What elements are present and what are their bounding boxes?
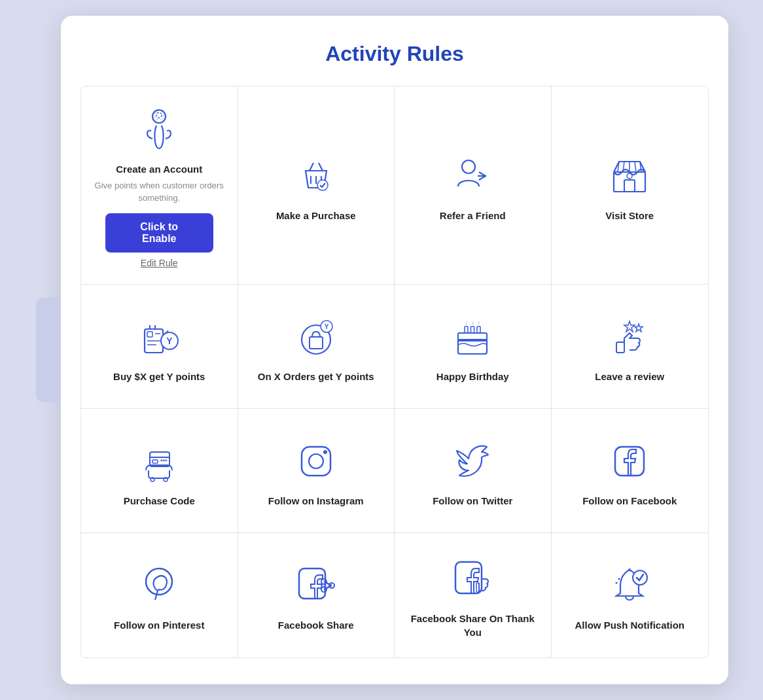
twitter-icon <box>449 438 496 485</box>
review-icon <box>606 313 653 360</box>
cell-refer-friend[interactable]: Refer a Friend <box>395 86 552 284</box>
svg-rect-28 <box>458 340 487 354</box>
cell-leave-review-label: Leave a review <box>595 370 664 383</box>
svg-point-53 <box>633 570 647 585</box>
svg-rect-37 <box>152 460 158 463</box>
cell-refer-friend-label: Refer a Friend <box>440 209 506 222</box>
card: Activity Rules Create an Account Give po… <box>61 16 728 684</box>
cell-create-account[interactable]: Create an Account Give points when custo… <box>81 86 238 284</box>
svg-point-43 <box>323 450 327 454</box>
edit-rule-link[interactable]: Edit Rule <box>141 258 178 268</box>
store-icon <box>606 152 653 200</box>
cell-follow-twitter[interactable]: Follow on Twitter <box>395 409 552 533</box>
cell-follow-facebook[interactable]: Follow on Facebook <box>552 409 709 533</box>
cell-make-purchase-label: Make a Purchase <box>276 209 356 222</box>
cell-on-x-orders-label: On X Orders get Y points <box>258 370 374 383</box>
svg-rect-10 <box>624 180 635 192</box>
cell-make-purchase[interactable]: Make a Purchase <box>238 86 395 284</box>
cell-on-x-orders[interactable]: Y On X Orders get Y points <box>238 285 395 409</box>
facebook-thankyou-icon <box>449 555 496 603</box>
svg-rect-31 <box>471 326 474 333</box>
purchase-code-icon: *** <box>135 438 183 485</box>
buy-x-icon: Y <box>135 313 183 360</box>
cell-visit-store-label: Visit Store <box>605 209 654 222</box>
svg-point-7 <box>462 160 475 173</box>
pinterest-icon <box>135 562 183 609</box>
instagram-icon <box>293 438 340 485</box>
cell-visit-store[interactable]: Visit Store <box>552 86 709 284</box>
svg-text:***: *** <box>160 458 168 464</box>
facebook-share-icon <box>293 562 340 609</box>
cell-allow-push-label: Allow Push Notification <box>575 618 685 632</box>
svg-text:Y: Y <box>167 336 173 346</box>
svg-point-54 <box>618 578 620 580</box>
svg-rect-25 <box>310 337 323 349</box>
basket-icon <box>293 152 340 200</box>
cell-happy-birthday-label: Happy Birthday <box>436 370 509 383</box>
cell-facebook-share-thankyou-label: Facebook Share On Thank You <box>405 612 541 639</box>
svg-point-42 <box>309 454 323 468</box>
touch-icon <box>135 106 183 153</box>
cell-create-account-sub: Give points when customer orders somethi… <box>92 180 227 203</box>
svg-point-45 <box>146 569 172 595</box>
svg-rect-18 <box>147 332 152 337</box>
svg-point-2 <box>154 111 164 120</box>
cell-follow-pinterest-label: Follow on Pinterest <box>114 618 204 632</box>
cell-facebook-share[interactable]: Facebook Share <box>238 533 395 657</box>
svg-point-11 <box>627 173 632 179</box>
svg-point-6 <box>317 180 328 190</box>
svg-rect-30 <box>465 326 468 333</box>
cell-facebook-share-label: Facebook Share <box>278 618 354 632</box>
cell-follow-pinterest[interactable]: Follow on Pinterest <box>81 533 238 657</box>
cell-create-account-label: Create an Account <box>116 162 202 176</box>
activity-rules-grid: Create an Account Give points when custo… <box>80 86 709 657</box>
svg-point-55 <box>616 582 618 584</box>
click-to-enable-button[interactable]: Click to Enable <box>105 213 213 253</box>
cell-facebook-share-thankyou[interactable]: Facebook Share On Thank You <box>395 533 552 657</box>
cell-allow-push[interactable]: Allow Push Notification <box>552 533 709 657</box>
svg-rect-34 <box>616 342 624 353</box>
birthday-icon <box>449 313 496 360</box>
svg-rect-32 <box>477 326 480 333</box>
cell-follow-facebook-label: Follow on Facebook <box>582 494 677 508</box>
cell-happy-birthday[interactable]: Happy Birthday <box>395 285 552 409</box>
svg-line-15 <box>635 162 636 172</box>
cell-leave-review[interactable]: Leave a review <box>552 285 709 409</box>
page-title: Activity Rules <box>80 42 709 66</box>
facebook-icon <box>606 438 653 485</box>
svg-text:Y: Y <box>324 323 328 330</box>
left-tab <box>36 298 61 402</box>
svg-point-1 <box>156 113 162 118</box>
cell-follow-instagram-label: Follow on Instagram <box>268 494 364 508</box>
cell-buy-x-get-y[interactable]: Y Buy $X get Y points <box>81 285 238 409</box>
cell-purchase-code[interactable]: *** Purchase Code <box>81 409 238 533</box>
cell-follow-twitter-label: Follow on Twitter <box>433 494 512 508</box>
push-notification-icon <box>606 562 653 609</box>
cell-follow-instagram[interactable]: Follow on Instagram <box>238 409 395 533</box>
refer-icon <box>449 152 496 200</box>
cell-purchase-code-label: Purchase Code <box>124 494 195 508</box>
cell-buy-x-label: Buy $X get Y points <box>113 370 205 383</box>
orders-icon: Y <box>293 313 340 360</box>
svg-rect-51 <box>476 583 479 592</box>
